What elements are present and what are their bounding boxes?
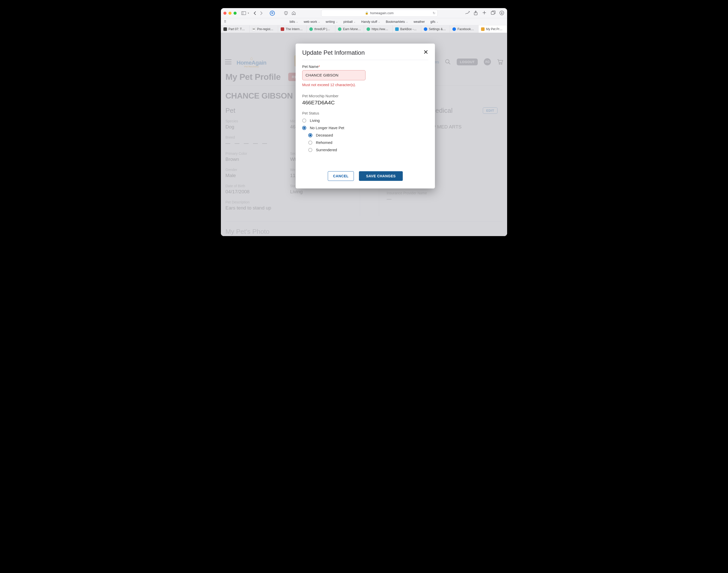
radio-icon [308,141,312,145]
bookmark-item[interactable]: weather [414,20,425,23]
back-button[interactable] [253,11,257,15]
radio-icon [308,133,312,137]
pet-name-label: Pet Name* [302,65,428,69]
browser-tab[interactable]: thredUP |… [307,25,335,33]
home-icon[interactable] [291,10,297,16]
bookmark-folder[interactable]: gifs⌄ [430,20,438,23]
window-controls [223,12,237,15]
radio-no-longer[interactable]: No Longer Have Pet [302,124,428,132]
radio-surrendered[interactable]: Surrendered [308,146,428,154]
radio-icon [302,118,306,122]
lock-icon: 🔒 [365,11,369,15]
close-window-button[interactable] [223,12,226,15]
radio-living[interactable]: Living [302,117,428,124]
browser-tab[interactable]: Settings &… [421,25,450,33]
shield-icon[interactable] [283,10,289,16]
bookmarks-bar: ⠿ bills⌄ web work⌄ writing⌄ pinball⌄ Han… [221,18,507,25]
onepassword-icon[interactable]: ① [270,11,275,16]
bookmark-folder[interactable]: writing⌄ [326,20,338,23]
browser-tab[interactable]: BarkBox -… [393,25,421,33]
downloads-icon[interactable] [500,11,505,16]
url-text: homeagain.com [370,11,394,15]
bookmark-folder[interactable]: pinball⌄ [344,20,356,23]
bookmark-folder[interactable]: web work⌄ [304,20,320,23]
update-pet-modal: Update Pet Information ✕ Pet Name* Must … [296,44,435,189]
svg-rect-0 [242,11,246,15]
save-changes-button[interactable]: SAVE CHANGES [359,171,403,181]
pet-status-label: Pet Status [302,111,428,115]
browser-tab[interactable]: Part 07: T… [221,25,250,33]
radio-icon [308,148,312,152]
radio-icon [302,126,306,130]
start-page-icon[interactable]: ⠿ [224,20,226,23]
tab-strip: Part 07: T… SEPre-regist… The Intern… th… [221,25,507,33]
reload-icon[interactable]: ↻ [433,11,435,15]
bookmark-folder[interactable]: Handy stuff⌄ [361,20,380,23]
browser-tab[interactable]: Facebook… [450,25,478,33]
browser-tab[interactable]: https://ww… [364,25,393,33]
modal-title: Update Pet Information [302,49,365,56]
browser-tab[interactable]: My Pet Pr… [478,25,507,33]
minimize-window-button[interactable] [228,12,231,15]
cancel-button[interactable]: CANCEL [328,171,354,181]
radio-deceased[interactable]: Deceased [308,132,428,139]
sidebar-toggle-icon[interactable] [241,10,247,16]
browser-toolbar: ▾ ① 🔒 homeagain.com ↻ [221,8,507,18]
chevron-down-icon[interactable]: ▾ [248,12,249,14]
draw-icon[interactable] [465,11,470,16]
share-icon[interactable] [474,11,479,16]
maximize-window-button[interactable] [233,12,237,15]
radio-rehomed[interactable]: Rehomed [308,139,428,146]
browser-tab[interactable]: The Intern… [278,25,307,33]
address-bar[interactable]: 🔒 homeagain.com ↻ [321,10,438,17]
tabs-overview-icon[interactable] [491,11,496,16]
browser-tab[interactable]: SEPre-regist… [250,25,278,33]
new-tab-button[interactable] [482,11,487,16]
browser-window: ▾ ① 🔒 homeagain.com ↻ [221,8,507,236]
microchip-label: Pet Microchip Number [302,94,428,98]
svg-rect-3 [491,12,494,14]
forward-button[interactable] [259,11,264,15]
close-icon[interactable]: ✕ [423,49,428,55]
browser-tab[interactable]: Earn Mone… [335,25,364,33]
bookmark-folder[interactable]: bills⌄ [290,20,298,23]
validation-error: Must not exceed 12 character(s). [302,83,428,87]
pet-name-input[interactable] [302,70,366,80]
microchip-value: 466E7D6A4C [302,100,428,106]
bookmark-folder[interactable]: Bookmarklets⌄ [386,20,408,23]
